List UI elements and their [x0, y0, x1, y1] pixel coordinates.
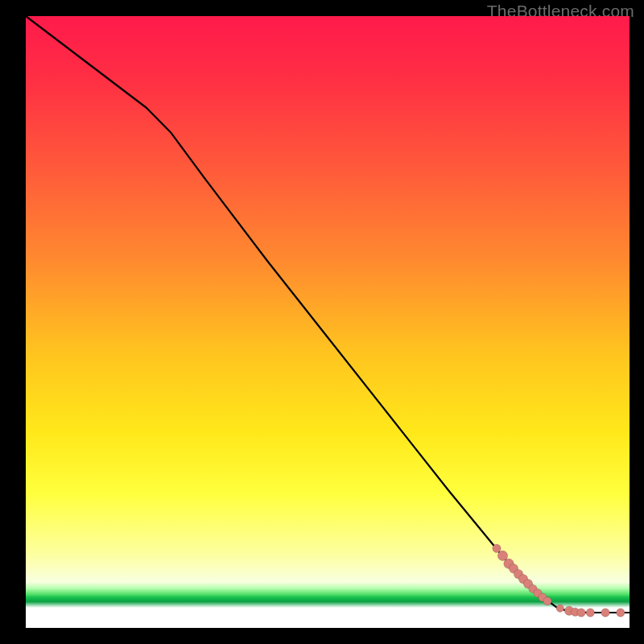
data-point [543, 597, 551, 605]
data-points [493, 544, 625, 617]
chart-svg [26, 16, 630, 628]
bottleneck-curve [26, 16, 630, 613]
data-point [577, 609, 585, 617]
plot-area [26, 16, 630, 628]
data-point [617, 609, 625, 617]
chart-stage: TheBottleneck.com [0, 0, 644, 644]
data-point [586, 609, 594, 617]
data-point [601, 609, 609, 617]
data-point [556, 605, 564, 612]
data-point [493, 544, 501, 552]
